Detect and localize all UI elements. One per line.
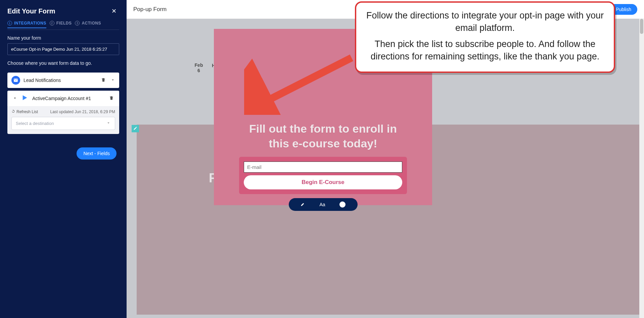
form-name-label: Name your form xyxy=(7,35,119,41)
pencil-icon xyxy=(133,126,137,132)
next-fields-button[interactable]: Next - Fields xyxy=(77,147,117,160)
form-editor-sidebar: Edit Your Form ✕ 1 INTEGRATIONS 2 FIELDS… xyxy=(0,0,127,318)
last-updated-text: Last updated Jun 21, 2018, 6:29 PM xyxy=(50,109,115,114)
format-toolbar: Aa xyxy=(289,198,358,211)
activecampaign-logo-icon xyxy=(21,94,29,103)
close-icon: ✕ xyxy=(111,8,117,14)
main-editor: Pop-up Form Saved Publish Feb 6 HTM R xyxy=(127,0,644,318)
form-box[interactable]: Begin E-Course xyxy=(239,157,407,194)
trash-icon xyxy=(101,78,106,83)
heading-line-1: Fill out the form to enroll in xyxy=(214,121,432,136)
format-color-button[interactable] xyxy=(339,201,346,208)
scrollbar-thumb[interactable] xyxy=(640,19,643,34)
refresh-icon xyxy=(11,109,15,114)
destination-select[interactable]: Select a destination xyxy=(11,117,115,130)
account-label: ActiveCampaign Account #1 xyxy=(32,96,104,101)
refresh-row: Refresh List Last updated Jun 21, 2018, … xyxy=(7,106,119,117)
tab-actions[interactable]: 3 ACTIONS xyxy=(75,21,101,28)
tab-label: ACTIONS xyxy=(82,21,101,26)
date-day: 6 xyxy=(192,68,205,73)
tab-fields[interactable]: 2 FIELDS xyxy=(50,21,72,28)
instruction-callout: Follow the directions to integrate your … xyxy=(355,1,615,73)
activecampaign-panel: ActiveCampaign Account #1 Refresh List L… xyxy=(7,91,119,134)
refresh-label: Refresh List xyxy=(16,109,38,114)
callout-paragraph-2: Then pick the list to subscribe people t… xyxy=(364,38,606,63)
background-date: Feb 6 xyxy=(192,62,205,73)
pencil-icon xyxy=(301,202,305,208)
chevron-down-icon xyxy=(106,121,111,126)
close-sidebar-button[interactable]: ✕ xyxy=(109,6,119,16)
trash-icon xyxy=(109,96,114,101)
mail-icon xyxy=(11,76,20,85)
chevron-left-icon xyxy=(13,96,17,101)
format-edit-button[interactable] xyxy=(301,202,305,208)
callout-paragraph-1: Follow the directions to integrate your … xyxy=(364,9,606,35)
tab-number: 2 xyxy=(50,21,54,26)
form-name-input[interactable] xyxy=(7,43,119,55)
chevron-down-icon[interactable] xyxy=(110,78,115,83)
popup-heading[interactable]: Fill out the form to enroll in this e-co… xyxy=(214,121,432,151)
sidebar-header: Edit Your Form ✕ xyxy=(0,0,127,21)
destination-section: Choose where you want form data to go. xyxy=(0,59,127,73)
tab-label: FIELDS xyxy=(56,21,72,26)
delete-account-button[interactable] xyxy=(108,94,115,103)
back-button[interactable] xyxy=(11,95,18,102)
email-input[interactable] xyxy=(244,162,402,173)
destination-label: Choose where you want form data to go. xyxy=(7,60,119,66)
sidebar-title: Edit Your Form xyxy=(7,7,55,15)
format-text-button[interactable]: Aa xyxy=(319,202,325,207)
account-row[interactable]: ActiveCampaign Account #1 xyxy=(7,91,119,106)
destination-placeholder: Select a destination xyxy=(16,121,54,126)
lead-notifications-card[interactable]: Lead Notifications xyxy=(7,73,119,88)
submit-button[interactable]: Begin E-Course xyxy=(244,175,402,189)
delete-integration-button[interactable] xyxy=(100,76,107,85)
sidebar-tabs: 1 INTEGRATIONS 2 FIELDS 3 ACTIONS xyxy=(0,21,127,30)
tab-integrations[interactable]: 1 INTEGRATIONS xyxy=(7,21,46,28)
scrollbar-canvas[interactable] xyxy=(639,19,644,318)
divider xyxy=(7,30,119,30)
tab-number: 1 xyxy=(7,21,12,26)
form-name-section: Name your form xyxy=(0,34,127,59)
date-month: Feb xyxy=(192,62,205,68)
card-label: Lead Notifications xyxy=(24,78,96,83)
tab-number: 3 xyxy=(75,21,80,26)
section-edit-handle[interactable] xyxy=(132,125,139,132)
refresh-list-button[interactable]: Refresh List xyxy=(11,109,38,114)
heading-line-2: this e-course today! xyxy=(214,136,432,151)
page-title: Pop-up Form xyxy=(133,6,167,13)
tab-label: INTEGRATIONS xyxy=(14,21,46,26)
